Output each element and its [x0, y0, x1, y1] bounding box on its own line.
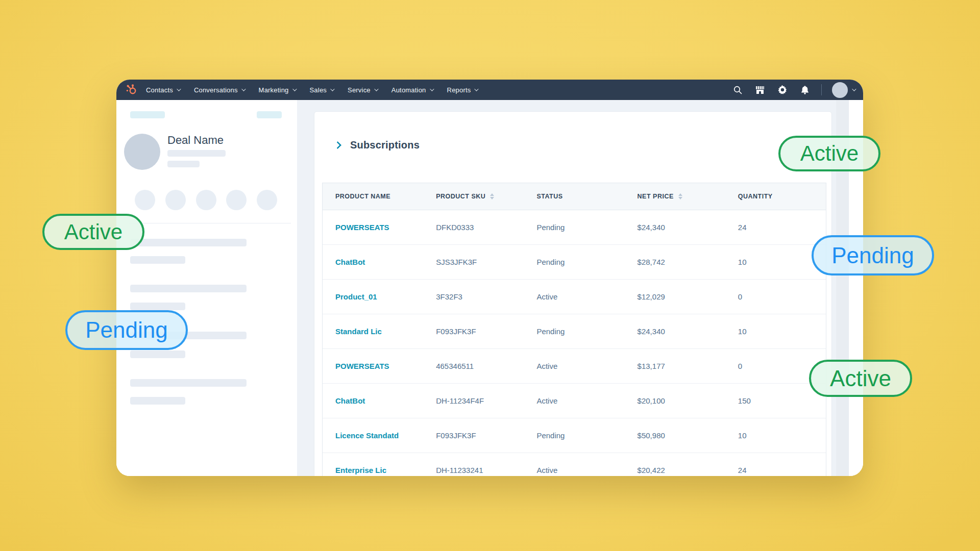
- nav-item-contacts[interactable]: Contacts: [146, 86, 180, 94]
- nav-item-label: Service: [348, 86, 371, 94]
- product-sku-cell: DH-11234F4F: [423, 384, 524, 418]
- table-row[interactable]: ChatBot SJS3JFK3F Pending $28,742 10: [323, 245, 826, 280]
- table-header-row: PRODUCT NAME PRODUCT SKU STATUS NET PRIC…: [323, 183, 826, 210]
- section-title[interactable]: Subscriptions: [350, 139, 420, 151]
- status-cell: Pending: [524, 314, 624, 348]
- action-circle-placeholder: [135, 190, 155, 210]
- quantity-cell: 150: [725, 384, 826, 418]
- table-body: POWERSEATS DFKD0333 Pending $24,340 24 C…: [323, 210, 826, 476]
- table-row[interactable]: Standard Lic F093JFK3F Pending $24,340 1…: [323, 314, 826, 349]
- product-name-link[interactable]: ChatBot: [323, 245, 423, 279]
- sort-icon[interactable]: [678, 193, 682, 199]
- nav-item-conversations[interactable]: Conversations: [194, 86, 244, 94]
- column-header-product-sku[interactable]: PRODUCT SKU: [423, 183, 524, 210]
- deal-avatar: [124, 134, 160, 170]
- product-name-link[interactable]: Enterprise Lic: [323, 453, 423, 476]
- skeleton-line: [130, 303, 185, 310]
- nav-item-service[interactable]: Service: [348, 86, 377, 94]
- action-circle-placeholder: [165, 190, 186, 210]
- nav-item-label: Marketing: [259, 86, 289, 94]
- product-name-link[interactable]: POWERSEATS: [323, 210, 423, 244]
- sort-icon[interactable]: [490, 193, 494, 199]
- status-badge-active: Active: [809, 360, 912, 397]
- chevron-down-icon: [475, 87, 479, 91]
- skeleton-pill: [130, 111, 165, 118]
- chevron-down-icon: [374, 87, 378, 91]
- nav-item-label: Sales: [310, 86, 327, 94]
- nav-item-label: Reports: [447, 86, 471, 94]
- net-price-cell: $24,340: [625, 210, 725, 244]
- nav-item-reports[interactable]: Reports: [447, 86, 478, 94]
- skeleton-line: [130, 350, 185, 358]
- skeleton-pill: [257, 111, 282, 118]
- chevron-down-icon: [241, 87, 246, 91]
- quantity-cell: 10: [725, 245, 826, 279]
- column-header-net-price[interactable]: NET PRICE: [625, 183, 725, 210]
- status-cell: Active: [524, 349, 624, 383]
- notifications-bell-icon[interactable]: [794, 85, 816, 94]
- nav-item-marketing[interactable]: Marketing: [259, 86, 296, 94]
- skeleton-line: [130, 239, 247, 246]
- settings-gear-icon[interactable]: [771, 85, 794, 94]
- net-price-cell: $12,029: [625, 280, 725, 314]
- product-name-link[interactable]: Licence Standatd: [323, 418, 423, 453]
- avatar-chevron-down-icon[interactable]: [852, 87, 856, 91]
- column-header-label: NET PRICE: [638, 193, 674, 200]
- status-cell: Active: [524, 384, 624, 418]
- table-row[interactable]: Licence Standatd F093JFK3F Pending $50,9…: [323, 418, 826, 453]
- nav-item-label: Conversations: [194, 86, 238, 94]
- nav-menu: Contacts Conversations Marketing Sales S…: [146, 86, 477, 94]
- status-cell: Active: [524, 280, 624, 314]
- chevron-down-icon: [430, 87, 434, 91]
- subscriptions-header[interactable]: Subscriptions: [314, 112, 831, 151]
- table-row[interactable]: Enterprise Lic DH-11233241 Active $20,42…: [323, 453, 826, 476]
- table-row[interactable]: POWERSEATS 465346511 Active $13,177 0: [323, 349, 826, 384]
- search-icon[interactable]: [726, 86, 749, 94]
- table-row[interactable]: POWERSEATS DFKD0333 Pending $24,340 24: [323, 210, 826, 245]
- product-sku-cell: F093JFK3F: [423, 418, 524, 453]
- product-sku-cell: DH-11233241: [423, 453, 524, 476]
- quantity-cell: 10: [725, 314, 826, 348]
- net-price-cell: $24,340: [625, 314, 725, 348]
- marketplace-icon[interactable]: [749, 86, 771, 94]
- skeleton-line: [167, 150, 226, 157]
- chevron-right-icon[interactable]: [334, 141, 342, 149]
- table-row[interactable]: ChatBot DH-11234F4F Active $20,100 150: [323, 384, 826, 418]
- top-navigation-bar: Contacts Conversations Marketing Sales S…: [116, 80, 863, 100]
- status-cell: Active: [524, 453, 624, 476]
- status-badge-active: Active: [42, 214, 144, 250]
- product-name-link[interactable]: ChatBot: [323, 384, 423, 418]
- product-sku-cell: 3F32F3: [423, 280, 524, 314]
- skeleton-line: [130, 379, 247, 387]
- product-name-link[interactable]: Product_01: [323, 280, 423, 314]
- user-avatar[interactable]: [832, 82, 848, 98]
- action-circle-placeholder: [196, 190, 216, 210]
- column-header-label: QUANTITY: [738, 193, 773, 200]
- quantity-cell: 24: [725, 453, 826, 476]
- net-price-cell: $13,177: [625, 349, 725, 383]
- column-header-label: PRODUCT SKU: [436, 193, 485, 200]
- chevron-down-icon: [330, 87, 334, 91]
- action-circle-placeholder: [226, 190, 247, 210]
- nav-item-sales[interactable]: Sales: [310, 86, 334, 94]
- table-row[interactable]: Product_01 3F32F3 Active $12,029 0: [323, 280, 826, 314]
- product-sku-cell: 465346511: [423, 349, 524, 383]
- status-cell: Pending: [524, 418, 624, 453]
- browser-app-window: Contacts Conversations Marketing Sales S…: [116, 80, 863, 476]
- nav-item-automation[interactable]: Automation: [391, 86, 433, 94]
- product-name-link[interactable]: Standard Lic: [323, 314, 423, 348]
- product-sku-cell: SJS3JFK3F: [423, 245, 524, 279]
- deal-name-title: Deal Name: [167, 134, 224, 147]
- status-cell: Pending: [524, 245, 624, 279]
- skeleton-line: [130, 397, 185, 405]
- hubspot-sprocket-logo-icon[interactable]: [126, 84, 138, 96]
- content-area: Deal Name Subscriptions: [116, 100, 863, 476]
- nav-item-label: Contacts: [146, 86, 173, 94]
- subscriptions-table: PRODUCT NAME PRODUCT SKU STATUS NET PRIC…: [322, 183, 826, 476]
- nav-item-label: Automation: [391, 86, 426, 94]
- skeleton-line: [167, 161, 200, 167]
- net-price-cell: $20,422: [625, 453, 725, 476]
- product-name-link[interactable]: POWERSEATS: [323, 349, 423, 383]
- skeleton-line: [130, 285, 247, 292]
- nav-right-tools: [726, 82, 855, 98]
